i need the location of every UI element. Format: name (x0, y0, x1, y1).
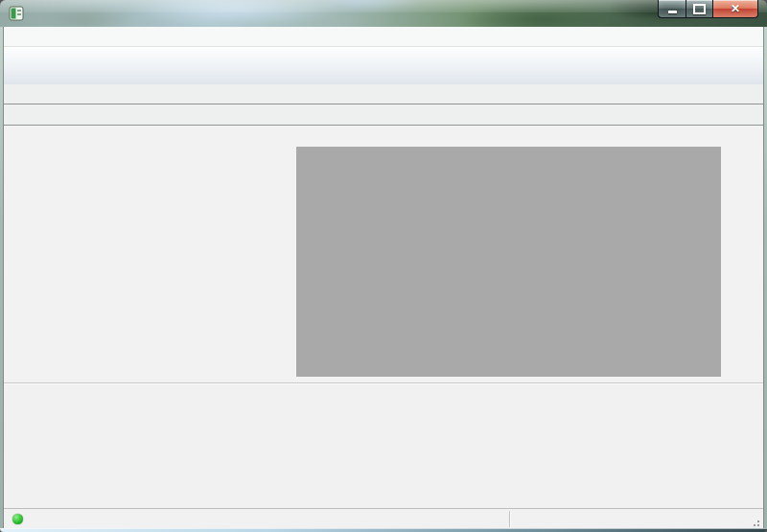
content-divider (4, 382, 763, 384)
minimize-button[interactable] (658, 0, 686, 18)
close-icon: ✕ (731, 3, 740, 14)
maximize-icon (693, 4, 706, 14)
minimize-icon (668, 11, 677, 13)
job-status (12, 509, 29, 529)
statusbar-separator (509, 511, 510, 527)
toolbar (4, 47, 763, 85)
sub-tab-bar (4, 104, 763, 126)
phenix-refine-window: ✕ (0, 0, 767, 532)
refinement-progress-chart (296, 147, 721, 377)
titlebar-sheen (0, 0, 767, 12)
status-bar (4, 508, 763, 529)
window-border-bottom (0, 528, 767, 532)
app-icon (9, 6, 24, 21)
run-status-page (4, 126, 763, 382)
main-tab-bar (4, 84, 763, 104)
action-buttons-row (4, 389, 763, 420)
window-border-left (0, 27, 4, 528)
window-border-right (763, 27, 767, 528)
chart-canvas (296, 147, 721, 377)
maximize-button[interactable] (686, 0, 713, 18)
close-button[interactable]: ✕ (713, 0, 758, 18)
window-controls: ✕ (658, 0, 758, 18)
job-running-indicator-icon (12, 514, 23, 524)
menu-bar (4, 27, 763, 47)
title-bar[interactable]: ✕ (0, 0, 767, 27)
resize-grip[interactable] (751, 518, 760, 527)
